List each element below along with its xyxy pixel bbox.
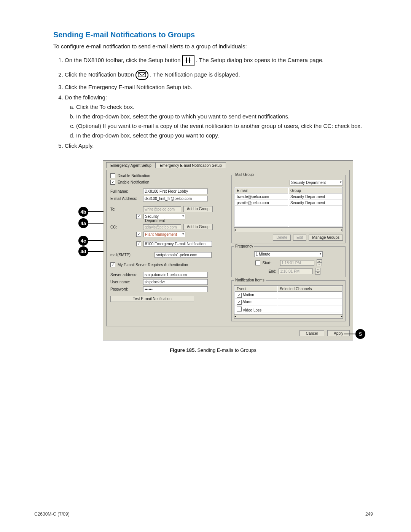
checkbox-cc[interactable] [136, 232, 141, 237]
step-4b: In the drop-down box, select the group t… [76, 113, 373, 120]
footer-left: C2630M-C (7/09) [34, 511, 70, 517]
spin-up-icon[interactable]: ▴ [315, 268, 320, 271]
scrollbar-x[interactable]: ◂▸ [234, 228, 343, 232]
spin-up-icon[interactable]: ▴ [317, 259, 322, 263]
spin-down-icon[interactable]: ▾ [317, 263, 322, 266]
input-end-time[interactable]: 1:18:01 PM [279, 268, 313, 274]
btn-cancel[interactable]: Cancel [299, 330, 324, 336]
input-smtp[interactable]: smtpdomain1.pelco.com [155, 252, 212, 258]
checkbox-subject[interactable] [136, 241, 141, 246]
cell-email: psmile@pelco.com [235, 200, 288, 206]
checkbox-motion[interactable] [237, 293, 242, 298]
btn-add-to-group-cc[interactable]: Add to Group [183, 224, 213, 230]
label-smtp: mail(SMTP): [110, 253, 141, 257]
table-notification-items: Event Selected Channels Motion Alarm Vid… [234, 285, 343, 314]
callout-4c: 4c [78, 236, 88, 246]
select-to-group[interactable]: Security Department [143, 214, 185, 219]
select-cc-group[interactable]: Plant Management [143, 232, 185, 237]
figure-caption: Figure 185. Sending E-mails to Groups [53, 347, 373, 353]
callout-4b: 4b [78, 207, 88, 217]
btn-apply[interactable]: Apply [327, 330, 350, 336]
step-1: On the DX8100 toolbar, click the Setup b… [65, 55, 373, 66]
label-motion: Motion [243, 293, 254, 297]
callout-4a: 4a [78, 218, 88, 228]
btn-delete[interactable]: Delete [273, 235, 291, 241]
table-row[interactable]: Alarm [235, 299, 342, 305]
label-server: Server address: [110, 273, 141, 277]
input-subject[interactable]: 8100 Emergency E-mail Notification [143, 241, 212, 247]
step-4a: Click the To check box. [76, 104, 373, 110]
notification-icon [135, 70, 148, 80]
radio-enable[interactable] [110, 180, 115, 185]
step-1-text-a: On the DX8100 toolbar, click the Setup b… [65, 57, 182, 63]
label-username: User name: [110, 280, 141, 284]
table-row[interactable]: psmile@pelco.com Security Department [235, 200, 342, 206]
label-to: To: [110, 207, 141, 211]
table-row[interactable]: bwade@pelco.com Security Department [235, 194, 342, 200]
figure-text: Sending E-mails to Groups [196, 347, 256, 353]
col-event: Event [235, 286, 277, 292]
step-1-text-b: . The Setup dialog box opens to the Came… [196, 57, 324, 63]
legend-notification-items: Notification Items [234, 278, 266, 282]
table-row[interactable]: Video Loss [235, 306, 342, 313]
checkbox-auth[interactable] [110, 262, 115, 267]
checkbox-alarm[interactable] [237, 300, 242, 305]
step-5: Click Apply. [65, 142, 373, 149]
col-channels: Selected Channels [278, 286, 342, 292]
input-cc-email[interactable]: gdavis@pelco.com [143, 224, 181, 230]
legend-mail-group: Mail Group [234, 173, 255, 177]
intro-text: To configure e-mail notification to send… [53, 43, 373, 50]
cell-group: Security Department [289, 200, 342, 206]
fieldset-mail-group: Mail Group Security Department E-mail Gr… [231, 175, 346, 243]
input-server[interactable]: smtp.domain1.pelco.com [143, 272, 208, 278]
select-mail-group[interactable]: Security Department [290, 180, 343, 185]
input-username[interactable]: shipdockdvr [143, 279, 208, 285]
btn-manage-groups[interactable]: Manage Groups [309, 235, 343, 241]
label-fullname: Full name: [110, 189, 141, 193]
select-frequency[interactable]: 1 Minute [254, 251, 323, 257]
svg-point-0 [185, 59, 187, 61]
label-email: E-mail Address: [110, 197, 141, 201]
input-to-email[interactable]: white@pelco.com [143, 206, 181, 212]
svg-rect-2 [138, 72, 146, 77]
label-alarm: Alarm [242, 300, 252, 304]
step-4d: In the drop-down box, select the group y… [76, 132, 373, 139]
btn-add-to-group-to[interactable]: Add to Group [183, 206, 213, 212]
fieldset-notification-items: Notification Items Event Selected Channe… [231, 280, 346, 321]
step-4: Do the following: Click the To check box… [65, 94, 373, 139]
cell-group: Security Department [289, 194, 342, 200]
checkbox-video-loss[interactable] [237, 307, 242, 312]
label-cc: CC: [110, 225, 141, 229]
section-heading: Sending E-mail Notifications to Groups [53, 30, 373, 39]
label-auth: My E-mail Server Requires Authentication [118, 263, 188, 267]
label-start: Start: [263, 261, 278, 265]
label-disable: Disable Notification [118, 174, 150, 178]
table-mail-group: E-mail Group bwade@pelco.com Security De… [234, 187, 343, 228]
step-2-text-b: . The Notification page is displayed. [150, 71, 240, 78]
step-2: Click the Notification button . The Noti… [65, 70, 373, 80]
table-row[interactable]: Motion [235, 292, 342, 299]
steps-list: On the DX8100 toolbar, click the Setup b… [53, 55, 373, 149]
input-password[interactable]: •••••• [143, 286, 208, 292]
callout-4d: 4d [78, 246, 88, 256]
step-2-text-a: Click the Notification button [65, 71, 135, 78]
input-email[interactable]: dx8100_first_flr@pelco.com [143, 196, 208, 201]
radio-disable[interactable] [110, 173, 115, 178]
tab-emergency-agent[interactable]: Emergency Agent Setup [106, 162, 156, 168]
spin-down-icon[interactable]: ▾ [315, 271, 320, 275]
tab-email-notification[interactable]: Emergency E-mail Notification Setup [156, 162, 226, 168]
label-enable: Enable Notification [118, 180, 149, 184]
checkbox-start[interactable] [255, 260, 260, 265]
label-end: End: [256, 269, 276, 273]
label-password: Password: [110, 287, 141, 291]
setup-icon [182, 55, 194, 66]
btn-edit[interactable]: Edit [293, 235, 306, 241]
input-fullname[interactable]: DX8100 First Floor Lobby [143, 189, 208, 194]
legend-frequency: Frequency [234, 244, 254, 248]
scrollbar-x[interactable]: ◂▸ [234, 314, 343, 319]
step-4-subs: Click the To check box. In the drop-down… [65, 104, 373, 139]
input-start-time[interactable]: 1:18:01 PM [280, 260, 314, 266]
col-email: E-mail [235, 188, 288, 193]
btn-test-email[interactable]: Test E-mail Notification [110, 296, 194, 302]
checkbox-to[interactable] [136, 214, 141, 219]
